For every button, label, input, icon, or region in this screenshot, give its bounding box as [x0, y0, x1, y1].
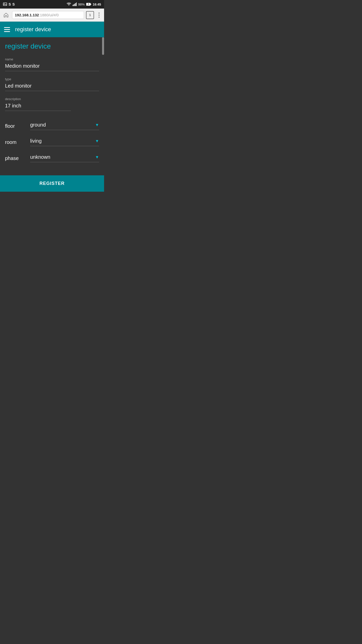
- type-label: type: [5, 77, 99, 81]
- menu-dot-2: [99, 15, 100, 16]
- svg-rect-2: [73, 5, 73, 6]
- floor-dropdown-row: floor ground ▼: [5, 122, 99, 130]
- svg-rect-5: [76, 3, 77, 6]
- hamburger-line-2: [4, 29, 10, 30]
- signal-icon: [73, 3, 77, 6]
- room-dropdown-row: room living ▼: [5, 138, 99, 146]
- browser-bar: 192.168.1.132:1880/ui/#/0 1: [0, 9, 104, 22]
- browser-menu-button[interactable]: [96, 11, 102, 19]
- floor-dropdown[interactable]: ground ▼: [30, 122, 99, 130]
- hamburger-line-1: [4, 27, 10, 28]
- home-button[interactable]: [2, 11, 10, 19]
- battery-text: 98%: [78, 3, 85, 6]
- status-s1: S: [9, 2, 11, 6]
- phase-dropdown[interactable]: unknown ▼: [30, 154, 99, 162]
- name-field: name: [5, 57, 99, 71]
- floor-value: ground: [30, 122, 46, 128]
- room-dropdown[interactable]: living ▼: [30, 138, 99, 146]
- phase-label: phase: [5, 155, 30, 161]
- time-display: 16:45: [93, 3, 101, 6]
- page-title: register device: [5, 42, 99, 50]
- menu-dot-1: [99, 13, 100, 14]
- app-header-title: register device: [15, 26, 51, 33]
- url-path: :1880/ui/#/0: [39, 13, 59, 17]
- menu-dot-3: [99, 17, 100, 18]
- type-field: type: [5, 77, 99, 91]
- image-icon: [3, 2, 7, 6]
- hamburger-line-3: [4, 31, 10, 32]
- battery-icon: [86, 3, 91, 6]
- svg-rect-7: [90, 4, 91, 5]
- room-label: room: [5, 139, 30, 145]
- hamburger-menu-button[interactable]: [4, 27, 10, 32]
- status-bar-left: S S: [3, 2, 15, 6]
- phase-dropdown-row: phase unknown ▼: [5, 154, 99, 162]
- register-button[interactable]: REGISTER: [0, 175, 104, 192]
- floor-chevron-down-icon: ▼: [95, 123, 99, 127]
- floor-label: floor: [5, 123, 30, 129]
- name-input[interactable]: [5, 62, 99, 71]
- description-field: description: [5, 97, 99, 111]
- svg-rect-0: [3, 3, 7, 6]
- type-input[interactable]: [5, 82, 99, 91]
- room-value: living: [30, 138, 42, 144]
- svg-rect-4: [75, 3, 76, 6]
- tab-count-button[interactable]: 1: [86, 11, 94, 19]
- description-input[interactable]: [5, 102, 71, 111]
- svg-rect-3: [74, 4, 74, 6]
- main-content: register device name type description fl…: [0, 37, 104, 193]
- url-host: 192.168.1.132: [15, 13, 39, 17]
- room-chevron-down-icon: ▼: [95, 139, 99, 143]
- scroll-indicator[interactable]: [102, 37, 104, 55]
- name-label: name: [5, 57, 99, 61]
- url-bar[interactable]: 192.168.1.132:1880/ui/#/0: [12, 11, 84, 19]
- wifi-icon: [67, 3, 71, 6]
- status-bar: S S 98% 16:45: [0, 0, 104, 9]
- phase-value: unknown: [30, 154, 50, 160]
- app-header: register device: [0, 22, 104, 37]
- status-s2: S: [12, 2, 15, 6]
- status-bar-right: 98% 16:45: [67, 3, 101, 6]
- description-label: description: [5, 97, 99, 101]
- phase-chevron-down-icon: ▼: [95, 155, 99, 159]
